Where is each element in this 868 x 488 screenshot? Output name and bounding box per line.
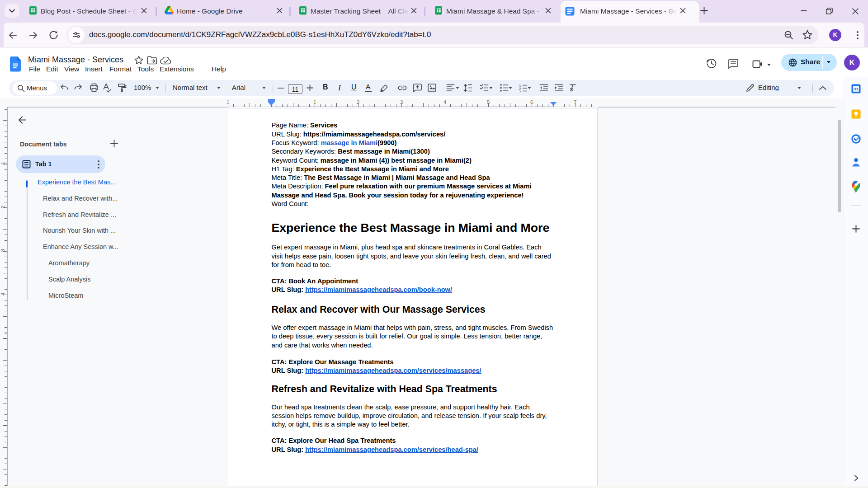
svg-text:3: 3 [519, 90, 521, 93]
svg-text:31: 31 [854, 86, 859, 91]
